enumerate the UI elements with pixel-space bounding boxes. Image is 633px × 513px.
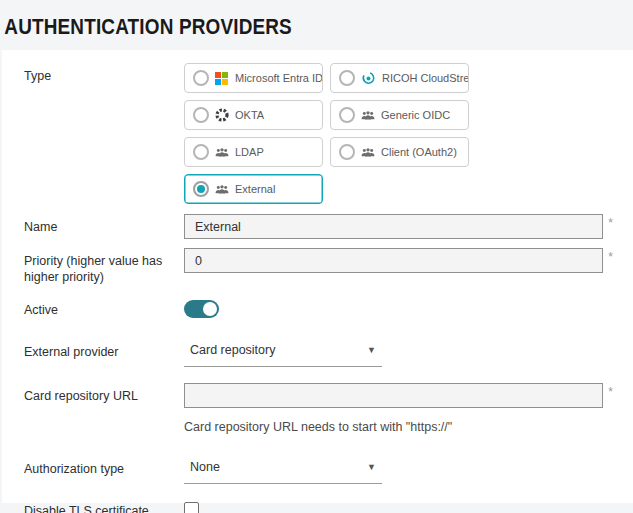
disable-tls-label: Disable TLS certificate validation <box>24 498 184 513</box>
type-option-ricoh-cloudstream[interactable]: RICOH CloudStream <box>330 63 469 93</box>
users-group-icon <box>361 145 375 159</box>
type-option-ldap[interactable]: LDAP <box>184 137 323 167</box>
type-label: Type <box>24 63 184 85</box>
ricoh-cloudstream-icon <box>361 71 376 85</box>
type-options: Microsoft Entra IDRICOH CloudStreamOKTAG… <box>184 63 613 204</box>
external-provider-row: External provider Card repository ▼ <box>24 339 613 367</box>
radio-button[interactable] <box>193 107 209 123</box>
okta-logo-icon <box>215 108 229 122</box>
microsoft-logo-icon <box>215 71 229 85</box>
authorization-type-select[interactable]: None ▼ <box>184 456 382 484</box>
card-repository-url-input[interactable] <box>184 383 603 408</box>
name-label: Name <box>24 214 184 236</box>
toggle-knob <box>203 302 217 316</box>
radio-button[interactable] <box>193 70 209 86</box>
type-option-label: Generic OIDC <box>381 109 450 121</box>
type-option-label: OKTA <box>235 109 264 121</box>
page-title: AUTHENTICATION PROVIDERS <box>0 0 544 50</box>
disable-tls-row: Disable TLS certificate validation <box>24 498 613 513</box>
chevron-down-icon: ▼ <box>367 345 376 355</box>
users-group-icon <box>215 145 229 159</box>
type-option-label: Microsoft Entra ID <box>235 72 323 84</box>
type-option-generic-oidc[interactable]: Generic OIDC <box>330 100 469 130</box>
radio-button[interactable] <box>193 181 209 197</box>
radio-button[interactable] <box>339 70 355 86</box>
type-option-label: LDAP <box>235 146 264 158</box>
type-option-label: Client (OAuth2) <box>381 146 457 158</box>
type-option-label: External <box>235 183 275 195</box>
type-row: Type Microsoft Entra IDRICOH CloudStream… <box>24 63 613 204</box>
type-option-okta[interactable]: OKTA <box>184 100 323 130</box>
active-toggle[interactable] <box>184 300 219 318</box>
external-provider-value: Card repository <box>190 343 275 357</box>
radio-button[interactable] <box>339 107 355 123</box>
priority-label: Priority (higher value has higher priori… <box>24 248 184 285</box>
priority-input[interactable] <box>184 248 603 273</box>
required-marker: * <box>608 248 613 263</box>
radio-button[interactable] <box>339 144 355 160</box>
priority-row: Priority (higher value has higher priori… <box>24 248 613 285</box>
type-option-client-oauth2[interactable]: Client (OAuth2) <box>330 137 469 167</box>
card-repository-url-row: Card repository URL * <box>24 383 613 408</box>
authorization-type-value: None <box>190 460 220 474</box>
auth-provider-form: Type Microsoft Entra IDRICOH CloudStream… <box>2 50 633 503</box>
required-marker: * <box>608 214 613 229</box>
name-row: Name * <box>24 214 613 239</box>
type-option-label: RICOH CloudStream <box>382 72 469 84</box>
card-repository-url-label: Card repository URL <box>24 383 184 405</box>
active-label: Active <box>24 297 184 319</box>
users-group-icon <box>215 182 229 196</box>
users-group-icon <box>361 108 375 122</box>
chevron-down-icon: ▼ <box>367 462 376 472</box>
card-repository-url-helper: Card repository URL needs to start with … <box>184 420 613 434</box>
radio-button[interactable] <box>193 144 209 160</box>
authorization-type-label: Authorization type <box>24 456 184 478</box>
active-row: Active <box>24 297 613 319</box>
external-provider-label: External provider <box>24 339 184 361</box>
external-provider-select[interactable]: Card repository ▼ <box>184 339 382 367</box>
type-option-microsoft-entra-id[interactable]: Microsoft Entra ID <box>184 63 323 93</box>
disable-tls-checkbox[interactable] <box>184 502 199 513</box>
required-marker: * <box>608 383 613 398</box>
name-input[interactable] <box>184 214 603 239</box>
type-option-external[interactable]: External <box>184 174 323 204</box>
authorization-type-row: Authorization type None ▼ <box>24 456 613 484</box>
